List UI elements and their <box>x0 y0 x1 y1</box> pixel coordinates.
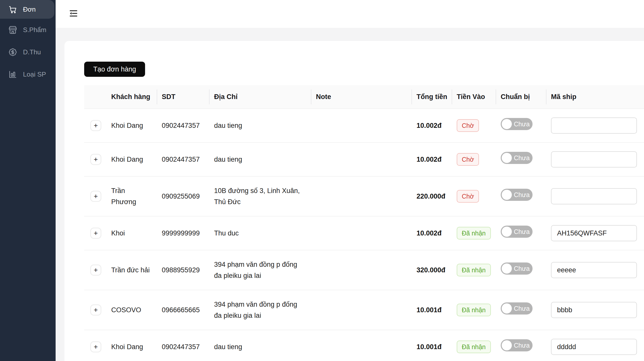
sidebar: Đơn S.Phẩm D.Thu Loại SP <box>0 0 56 361</box>
note-cell <box>311 216 411 250</box>
prepare-toggle[interactable]: Chưa <box>501 118 533 130</box>
expand-cell: + <box>84 142 111 176</box>
customer-cell: Khoi Dang <box>111 109 157 142</box>
sidebar-item-label: S.Phẩm <box>23 26 47 34</box>
note-cell <box>311 109 411 142</box>
phone-cell: 0909255069 <box>157 176 209 216</box>
expand-row-button[interactable]: + <box>90 154 101 165</box>
total-cell: 320.000đ <box>411 250 452 290</box>
toggle-label: Chưa <box>514 189 530 200</box>
payment-status-badge: Đã nhận <box>457 227 491 239</box>
address-cell: 394 phạm văn đồng p đống đa pleiku gia l… <box>209 290 311 330</box>
expand-cell: + <box>84 330 111 361</box>
ship-code-input[interactable] <box>551 225 637 241</box>
shipcode-cell <box>546 330 644 361</box>
column-header-prepare: Chuẩn bị <box>496 85 546 109</box>
ship-code-input[interactable] <box>551 188 637 204</box>
prepare-cell: Chưa <box>496 176 546 216</box>
toggle-knob <box>502 119 512 129</box>
address-cell: Thu duc <box>209 216 311 250</box>
ship-code-input[interactable] <box>551 117 637 134</box>
toggle-label: Chưa <box>514 263 530 274</box>
toggle-label: Chưa <box>514 226 530 237</box>
ship-code-input[interactable] <box>551 339 637 355</box>
customer-cell: Trần Phương <box>111 176 157 216</box>
table-row: + COSOVO 0966665665 394 phạm văn đồng p … <box>84 290 644 330</box>
customer-cell: Trần đức hải <box>111 250 157 290</box>
sidebar-item-products[interactable]: S.Phẩm <box>0 19 56 41</box>
shipcode-cell <box>546 109 644 142</box>
toggle-knob <box>502 227 512 237</box>
shipcode-cell <box>546 216 644 250</box>
column-header-address: Địa Chỉ <box>209 85 311 109</box>
expand-row-button[interactable]: + <box>90 304 101 316</box>
ship-code-input[interactable] <box>551 302 637 318</box>
total-cell: 220.000đ <box>411 176 452 216</box>
payment-cell: Đã nhận <box>452 250 496 290</box>
customer-cell: COSOVO <box>111 290 157 330</box>
customer-cell: Khoi <box>111 216 157 250</box>
prepare-toggle[interactable]: Chưa <box>501 189 533 201</box>
shipcode-cell <box>546 250 644 290</box>
sidebar-item-product-types[interactable]: Loại SP <box>0 63 56 85</box>
customer-cell: Khoi Dang <box>111 330 157 361</box>
sidebar-item-label: D.Thu <box>23 48 41 56</box>
phone-cell: 9999999999 <box>157 216 209 250</box>
menu-fold-icon <box>69 9 78 18</box>
expand-row-button[interactable]: + <box>90 228 101 239</box>
phone-cell: 0902447357 <box>157 142 209 176</box>
expand-row-button[interactable]: + <box>90 120 101 131</box>
prepare-cell: Chưa <box>496 330 546 361</box>
expand-cell: + <box>84 216 111 250</box>
toggle-knob <box>502 263 512 274</box>
toggle-label: Chưa <box>514 340 530 351</box>
prepare-toggle[interactable]: Chưa <box>501 302 533 315</box>
prepare-cell: Chưa <box>496 109 546 142</box>
total-cell: 10.001đ <box>411 330 452 361</box>
main-content: Tạo đơn hàng Khách hàng SDT Địa Chỉ Note… <box>56 28 644 361</box>
sidebar-item-revenue[interactable]: D.Thu <box>0 41 56 63</box>
total-cell: 10.002đ <box>411 142 452 176</box>
column-header-shipcode: Mã ship <box>546 85 644 109</box>
payment-cell: Đã nhận <box>452 216 496 250</box>
expand-row-button[interactable]: + <box>90 191 101 202</box>
table-row: + Khoi Dang 0902447357 dau tieng 10.001đ… <box>84 330 644 361</box>
expand-cell: + <box>84 250 111 290</box>
sidebar-item-orders[interactable]: Đơn <box>0 0 54 19</box>
payment-cell: Đã nhận <box>452 290 496 330</box>
payment-status-badge: Đã nhận <box>457 264 491 276</box>
payment-status-badge: Chờ <box>457 190 479 203</box>
payment-status-badge: Đã nhận <box>457 304 491 316</box>
phone-cell: 0966665665 <box>157 290 209 330</box>
payment-cell: Chờ <box>452 176 496 216</box>
prepare-toggle[interactable]: Chưa <box>501 152 533 164</box>
payment-cell: Chờ <box>452 109 496 142</box>
payment-status-badge: Chờ <box>457 119 479 132</box>
table-row: + Trần đức hải 0988955929 394 phạm văn đ… <box>84 250 644 290</box>
toggle-label: Chưa <box>514 152 530 163</box>
table-row: + Khoi Dang 0902447357 dau tieng 10.002đ… <box>84 109 644 142</box>
sidebar-collapse-button[interactable] <box>68 8 79 19</box>
payment-cell: Đã nhận <box>452 330 496 361</box>
expand-row-button[interactable]: + <box>90 341 101 352</box>
ship-code-input[interactable] <box>551 262 637 278</box>
table-row: + Trần Phương 0909255069 10B đường số 3,… <box>84 176 644 216</box>
column-header-payment: Tiền Vào <box>452 85 496 109</box>
address-cell: dau tieng <box>209 142 311 176</box>
ship-code-input[interactable] <box>551 151 637 167</box>
column-header-customer: Khách hàng <box>111 85 157 109</box>
total-cell: 10.002đ <box>411 109 452 142</box>
create-order-button[interactable]: Tạo đơn hàng <box>84 62 145 77</box>
toggle-knob <box>502 340 512 350</box>
toggle-label: Chưa <box>514 303 530 314</box>
note-cell <box>311 142 411 176</box>
bar-chart-icon <box>9 70 17 79</box>
prepare-cell: Chưa <box>496 142 546 176</box>
prepare-toggle[interactable]: Chưa <box>501 339 533 351</box>
prepare-toggle[interactable]: Chưa <box>501 226 533 238</box>
table-row: + Khoi 9999999999 Thu duc 10.002đ Đã nhậ… <box>84 216 644 250</box>
expand-cell: + <box>84 109 111 142</box>
expand-column-header <box>84 85 111 109</box>
expand-row-button[interactable]: + <box>90 264 101 276</box>
prepare-toggle[interactable]: Chưa <box>501 262 533 275</box>
